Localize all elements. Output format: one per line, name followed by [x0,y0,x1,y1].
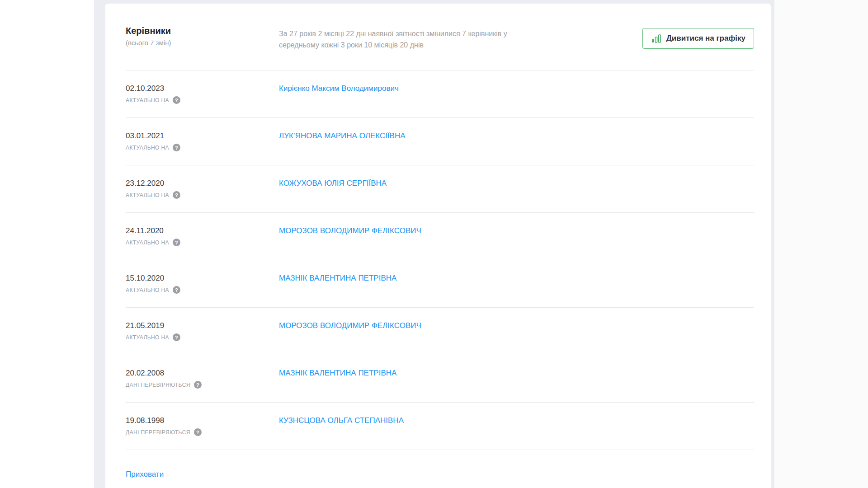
status-label: АКТУАЛЬНО НА [126,239,169,246]
status-label: АКТУАЛЬНО НА [126,334,169,341]
manager-row: 23.12.2020 АКТУАЛЬНО НА ? КОЖУХОВА ЮЛІЯ … [126,165,754,212]
section-header: Керівники (всього 7 змін) За 27 років 2 … [126,4,754,70]
section-subtitle: (всього 7 змін) [126,38,279,47]
record-status: АКТУАЛЬНО НА ? [126,96,279,104]
manager-name-link[interactable]: КОЖУХОВА ЮЛІЯ СЕРГІЇВНА [279,179,387,188]
help-icon[interactable]: ? [173,144,180,151]
status-label: ДАНІ ПЕРЕВІРЯЮТЬСЯ [126,429,190,436]
manager-row: 20.02.2008 ДАНІ ПЕРЕВІРЯЮТЬСЯ ? МАЗНІК В… [126,355,754,402]
record-status: ДАНІ ПЕРЕВІРЯЮТЬСЯ ? [126,381,279,389]
record-meta: 15.10.2020 АКТУАЛЬНО НА ? [126,274,279,294]
manager-row: 21.05.2019 АКТУАЛЬНО НА ? МОРОЗОВ ВОЛОДИ… [126,307,754,355]
manager-name-link[interactable]: Кирієнко Максим Володимирович [279,84,399,93]
status-label: АКТУАЛЬНО НА [126,145,169,151]
status-label: АКТУАЛЬНО НА [126,97,169,103]
record-meta: 03.01.2021 АКТУАЛЬНО НА ? [126,131,279,151]
manager-row: 02.10.2023 АКТУАЛЬНО НА ? Кирієнко Макси… [126,70,754,117]
section-description: За 27 років 2 місяці 22 дні наявної звіт… [279,28,534,51]
manager-name-link[interactable]: МОРОЗОВ ВОЛОДИМИР ФЕЛІКСОВИЧ [279,226,421,235]
record-status: ДАНІ ПЕРЕВІРЯЮТЬСЯ ? [126,428,279,436]
record-meta: 23.12.2020 АКТУАЛЬНО НА ? [126,179,279,199]
manager-name-link[interactable]: МОРОЗОВ ВОЛОДИМИР ФЕЛІКСОВИЧ [279,321,421,330]
view-chart-label: Дивитися на графіку [666,34,745,43]
status-label: АКТУАЛЬНО НА [126,287,169,293]
help-icon[interactable]: ? [173,191,180,199]
record-meta: 02.10.2023 АКТУАЛЬНО НА ? [126,84,279,104]
record-date: 21.05.2019 [126,321,279,330]
record-date: 19.08.1998 [126,416,279,425]
record-date: 24.11.2020 [126,226,279,235]
record-meta: 21.05.2019 АКТУАЛЬНО НА ? [126,321,279,341]
record-meta: 24.11.2020 АКТУАЛЬНО НА ? [126,226,279,246]
status-label: ДАНІ ПЕРЕВІРЯЮТЬСЯ [126,382,190,388]
help-icon[interactable]: ? [173,96,180,104]
record-status: АКТУАЛЬНО НА ? [126,144,279,151]
record-status: АКТУАЛЬНО НА ? [126,239,279,246]
manager-row: 03.01.2021 АКТУАЛЬНО НА ? ЛУК’ЯНОВА МАРИ… [126,117,754,165]
record-date: 20.02.2008 [126,369,279,378]
record-status: АКТУАЛЬНО НА ? [126,333,279,341]
manager-row: 15.10.2020 АКТУАЛЬНО НА ? МАЗНІК ВАЛЕНТИ… [126,260,754,307]
record-date: 02.10.2023 [126,84,279,93]
manager-row: 19.08.1998 ДАНІ ПЕРЕВІРЯЮТЬСЯ ? КУЗНЄЦОВ… [126,402,754,450]
record-date: 15.10.2020 [126,274,279,283]
managers-card: Керівники (всього 7 змін) За 27 років 2 … [105,4,771,488]
manager-name-link[interactable]: МАЗНІК ВАЛЕНТИНА ПЕТРІВНА [279,369,396,378]
bar-chart-icon [651,33,661,44]
manager-row: 24.11.2020 АКТУАЛЬНО НА ? МОРОЗОВ ВОЛОДИ… [126,212,754,260]
record-status: АКТУАЛЬНО НА ? [126,286,279,294]
help-icon[interactable]: ? [194,428,202,436]
section-footer: Приховати [126,450,754,481]
view-chart-button[interactable]: Дивитися на графіку [642,28,754,49]
manager-name-link[interactable]: ЛУК’ЯНОВА МАРИНА ОЛЕКСІЇВНА [279,131,406,141]
help-icon[interactable]: ? [194,381,202,389]
help-icon[interactable]: ? [173,286,180,294]
section-title: Керівники [126,25,279,36]
record-meta: 19.08.1998 ДАНІ ПЕРЕВІРЯЮТЬСЯ ? [126,416,279,436]
record-date: 03.01.2021 [126,131,279,141]
status-label: АКТУАЛЬНО НА [126,192,169,198]
record-date: 23.12.2020 [126,179,279,188]
title-block: Керівники (всього 7 змін) [126,25,279,47]
help-icon[interactable]: ? [173,239,180,246]
help-icon[interactable]: ? [173,333,180,341]
manager-name-link[interactable]: КУЗНЄЦОВА ОЛЬГА СТЕПАНІВНА [279,416,404,425]
manager-name-link[interactable]: МАЗНІК ВАЛЕНТИНА ПЕТРІВНА [279,274,396,283]
hide-link[interactable]: Приховати [126,470,164,481]
right-margin-background [774,0,868,488]
record-status: АКТУАЛЬНО НА ? [126,191,279,199]
record-meta: 20.02.2008 ДАНІ ПЕРЕВІРЯЮТЬСЯ ? [126,369,279,389]
